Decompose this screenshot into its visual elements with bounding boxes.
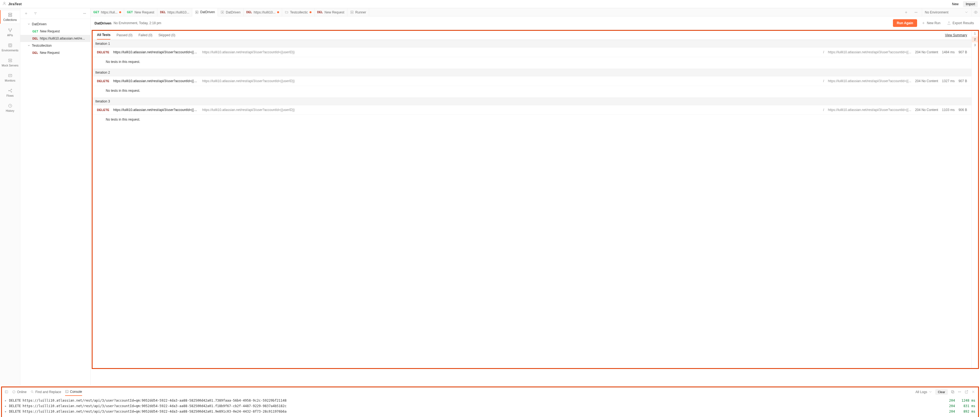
svg-point-15 [83,13,84,14]
method-badge: DEL [160,11,166,14]
tab[interactable]: DatDriven [192,8,218,16]
status-online[interactable]: Online [12,388,27,396]
add-collection-button[interactable] [22,10,30,17]
console-log-row[interactable]: ▸ DELETE https://luilli10.atlassian.net/… [5,398,975,403]
console-log-row[interactable]: ▸ DELETE https://luilli10.atlassian.net/… [5,403,975,409]
nav-history[interactable]: History [0,101,20,115]
nav-monitors[interactable]: Monitors [0,71,20,84]
tabs-more-button[interactable] [912,9,920,16]
tab[interactable]: GEThttps://luil... [91,8,124,16]
svg-point-0 [3,2,5,3]
nav-flows[interactable]: Flows [0,86,20,99]
clear-console-button[interactable]: Clear [935,389,948,395]
nav-apis[interactable]: APIs [0,25,20,39]
tab[interactable]: DELNew Request [315,8,347,16]
separator: / [823,108,824,112]
environment-selector[interactable]: No Environment [922,8,971,16]
console-tab[interactable]: Console [65,388,82,396]
method-badge: DELETE [97,51,109,54]
tree-request[interactable]: DEL New Request [20,49,91,56]
tab-label: New Request [325,10,344,14]
tab[interactable]: GETNew Request [124,8,158,16]
status-code: 204 No Content [915,50,938,54]
tab-label: New Request [135,10,154,14]
console-log-row[interactable]: ▸ DELETE https://luilli10.atlassian.net/… [5,409,975,414]
iteration-header[interactable]: Iteration 3 [92,97,972,105]
results-highlight: All Tests Passed (0) Failed (0) Skipped … [92,30,979,369]
iteration-header[interactable]: Iteration 2 [92,69,972,76]
request-url: https://luilli10.atlassian.net/rest/api/… [113,50,198,54]
tab[interactable]: Runner [347,8,369,16]
tab-skipped[interactable]: Skipped (0) [159,33,175,39]
import-button[interactable]: Import [963,1,978,7]
chevron-down-icon [27,44,30,47]
find-replace-button[interactable]: Find and Replace [30,388,61,396]
new-tab-button[interactable] [902,9,910,16]
status-panel-toggle[interactable] [5,388,8,395]
method-badge: DEL [317,11,323,14]
environment-label: No Environment [925,10,948,14]
tab-label: https://luilli10... [167,10,189,14]
svg-point-33 [960,392,961,392]
chevron-right-icon: ▸ [5,399,7,403]
copy-icon[interactable] [951,390,955,394]
collection-tree: DatDriven GET New Request DEL https://lu… [20,19,91,385]
close-icon[interactable] [971,390,975,394]
iteration-header[interactable]: Iteration 1 [92,40,972,48]
nav-collections[interactable]: Collections [0,10,20,24]
nav-environments[interactable]: Environments [0,41,20,54]
request-url-raw: https://luilli10.atlassian.net/rest/api/… [202,50,819,54]
view-summary-link[interactable]: View Summary [945,33,967,39]
runner-header: DatDriven No Environment, Today, 2:18 pm… [91,16,980,30]
result-row[interactable]: DELETE https://luilli10.atlassian.net/re… [92,76,972,86]
tree-folder[interactable]: Testcollection [20,42,91,49]
user-icon [2,2,6,6]
result-row[interactable]: DELETE https://luilli10.atlassian.net/re… [92,105,972,115]
request-url-resolved: https://luilli10.atlassian.net/rest/api/… [828,50,911,54]
response-size: 906 B [959,108,967,112]
result-row[interactable]: DELETE https://luilli10.atlassian.net/re… [92,48,972,57]
tab[interactable]: DELhttps://luilli10... [243,8,282,16]
status-code: 204 No Content [915,108,938,112]
tab-failed[interactable]: Failed (0) [138,33,153,39]
gutter-item[interactable]: 3 [972,42,978,48]
sidebar-more-button[interactable] [81,10,88,17]
gutter-item[interactable]: 2 [972,37,978,42]
tabs-actions [900,8,922,16]
new-run-button[interactable]: New Run [919,19,943,27]
tab-label: DatDriven [226,10,240,14]
svg-point-26 [13,391,15,393]
tree-folder[interactable]: DatDriven [20,21,91,28]
unsaved-dot-icon [310,11,312,13]
new-button[interactable]: New [949,1,961,7]
svg-point-17 [86,13,86,14]
log-filter[interactable]: All Logs [915,390,932,394]
console-body: ▸ DELETE https://luilli10.atlassian.net/… [2,396,978,417]
log-status: 204 [944,399,955,403]
svg-point-32 [959,392,960,392]
tab[interactable]: DatDriven [218,8,243,16]
chevron-down-icon [27,23,30,25]
run-again-button[interactable]: Run Again [893,19,917,27]
play-icon [350,10,354,14]
tree-request[interactable]: GET New Request [20,28,91,35]
tab[interactable]: Testcollectic [282,8,315,16]
gutter-item[interactable]: 1 [972,31,978,37]
more-icon[interactable] [958,390,962,394]
svg-rect-29 [952,391,954,393]
tab-all-tests[interactable]: All Tests [97,33,110,40]
request-url: https://luilli10.atlassian.net/rest/api/… [113,79,198,83]
tab[interactable]: DELhttps://luilli10... [158,8,192,16]
export-results-button[interactable]: Export Results [945,19,976,27]
runner-title: DatDriven [94,21,111,25]
tab-label: Runner [355,10,366,14]
tab-passed[interactable]: Passed (0) [116,33,132,39]
tree-request[interactable]: DEL https://luilli10.atlassian.net/re... [20,35,91,42]
environment-quicklook[interactable] [971,8,980,16]
filter-button[interactable] [32,10,39,17]
nav-mock-servers[interactable]: Mock Servers [0,56,20,69]
workspace-title[interactable]: JiraTest [8,2,22,6]
popout-icon[interactable] [964,390,969,394]
tab-label: https://luilli10... [254,10,275,14]
no-tests-message: No tests in this request. [92,86,972,97]
